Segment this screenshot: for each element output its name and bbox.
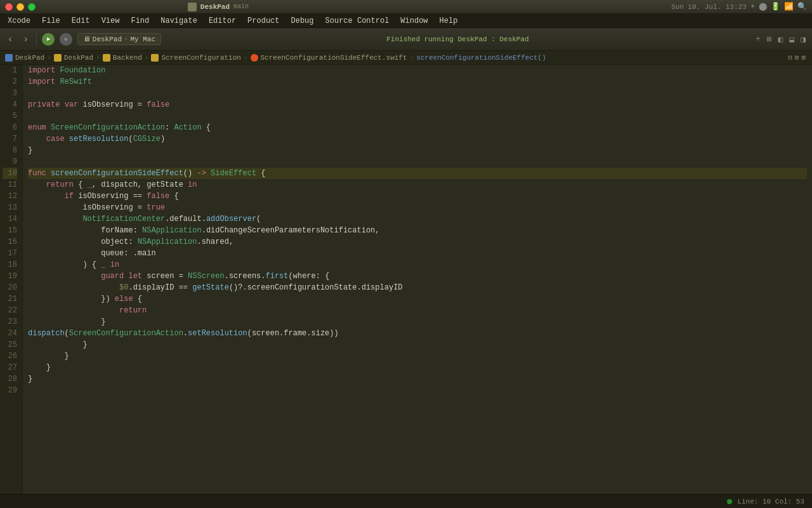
traffic-lights[interactable]: [5, 3, 36, 11]
statusbar: Line: 10 Col: 53: [0, 494, 812, 508]
bc-label-5: ScreenConfigurationSideEffect.swift: [261, 54, 407, 62]
bc-icon-2: [54, 54, 62, 62]
toolbar-right: + ⊞ ◧ ⬓ ◨: [754, 33, 807, 46]
code-line: }: [28, 145, 807, 156]
scheme-icon: 🖥: [83, 35, 90, 43]
bc-icon-3: [103, 54, 110, 62]
titlebar-controls: Sun 10. Jul. 13:23 ☀ ⬤ 🔋 📶 🔍: [671, 2, 807, 11]
menu-item-product[interactable]: Product: [242, 15, 284, 27]
scheme-name: DeskPad: [93, 36, 122, 43]
bc-icon-1: [5, 54, 13, 62]
menu-item-xcode[interactable]: Xcode: [3, 15, 36, 27]
inspector-toggle[interactable]: ◨: [799, 33, 807, 46]
assistant-btn[interactable]: ⊞: [794, 52, 801, 63]
code-line: }: [28, 339, 807, 351]
menu-item-edit[interactable]: Edit: [67, 15, 95, 27]
code-line: }: [28, 373, 807, 385]
code-line: }: [28, 362, 807, 373]
bc-icon-4: [151, 54, 159, 62]
bc-item-2[interactable]: DeskPad: [54, 54, 93, 62]
run-button[interactable]: [42, 33, 55, 46]
titlebar-app-name: DeskPad: [200, 3, 230, 11]
bc-icon-5: [251, 54, 258, 62]
code-line: import ReSwift: [28, 76, 807, 88]
scheme-selector[interactable]: 🖥 DeskPad › My Mac: [77, 33, 161, 45]
menu-item-editor[interactable]: Editor: [204, 15, 241, 27]
bc-label-3: Backend: [113, 54, 142, 62]
menu-item-find[interactable]: Find: [126, 15, 154, 27]
add-button[interactable]: +: [754, 33, 762, 45]
cursor-position: Line: 10 Col: 53: [737, 498, 804, 505]
code-line: if isObserving == false {: [28, 190, 807, 202]
code-line: func screenConfigurationSideEffect() -> …: [28, 168, 807, 179]
maximize-button[interactable]: [28, 3, 36, 11]
bc-label-1: DeskPad: [15, 54, 44, 62]
line-numbers: 1234567891011121314151617181920212223242…: [0, 65, 23, 494]
menu-item-source control[interactable]: Source Control: [320, 15, 395, 27]
code-line: }: [28, 351, 807, 362]
split-button[interactable]: ⊞: [766, 33, 773, 46]
build-status: Finished running DeskPad : DeskPad: [166, 36, 749, 43]
code-line: $0.displayID == getState()?.screenConfig…: [28, 282, 807, 293]
split-editor-btn[interactable]: ⊟: [787, 52, 794, 63]
code-content[interactable]: import Foundationimport ReSwift private …: [23, 65, 812, 494]
toolbar: ‹ › 🖥 DeskPad › My Mac Finished running …: [0, 28, 812, 51]
menu-item-file[interactable]: File: [37, 15, 65, 27]
menu-item-help[interactable]: Help: [435, 15, 463, 27]
code-line: NotificationCenter.default.addObserver(: [28, 213, 807, 225]
code-line: return: [28, 305, 807, 316]
time-display: Sun 10. Jul. 13:23: [671, 3, 747, 11]
stop-button[interactable]: [60, 33, 72, 46]
breadcrumb: DeskPad › DeskPad › Backend › ScreenConf…: [0, 51, 812, 65]
code-line: [28, 385, 807, 396]
menu-item-window[interactable]: Window: [395, 15, 433, 27]
bc-item-4[interactable]: ScreenConfiguration: [151, 54, 240, 62]
debug-toggle[interactable]: ⬓: [788, 33, 796, 46]
forward-button[interactable]: ›: [20, 33, 30, 46]
code-line: [28, 110, 807, 122]
navigator-toggle[interactable]: ◧: [777, 33, 785, 46]
code-line: enum ScreenConfigurationAction: Action {: [28, 122, 807, 133]
code-line: [28, 156, 807, 168]
code-line: guard let screen = NSScreen.screens.firs…: [28, 271, 807, 282]
toolbar-separator-1: [36, 33, 37, 46]
status-indicator: [727, 499, 732, 504]
menu-item-debug[interactable]: Debug: [286, 15, 319, 27]
code-line: ) { _ in: [28, 259, 807, 271]
code-line: return { _, dispatch, getState in: [28, 179, 807, 190]
back-button[interactable]: ‹: [5, 33, 15, 46]
code-line: import Foundation: [28, 65, 807, 76]
titlebar-center: DeskPad main: [67, 3, 369, 11]
code-line: queue: .main: [28, 248, 807, 259]
bc-label-2: DeskPad: [64, 54, 93, 62]
code-line: }: [28, 316, 807, 328]
author-btn[interactable]: ⊠: [800, 52, 807, 63]
bc-item-3[interactable]: Backend: [103, 54, 142, 62]
minimize-button[interactable]: [16, 3, 24, 11]
code-line: object: NSApplication.shared,: [28, 236, 807, 248]
target-name: My Mac: [130, 36, 155, 43]
bc-label-6: screenConfigurationSideEffect(): [416, 54, 546, 62]
titlebar-subtitle: main: [233, 3, 249, 10]
close-button[interactable]: [5, 3, 13, 11]
menubar: XcodeFileEditViewFindNavigateEditorProdu…: [0, 14, 812, 28]
menu-item-view[interactable]: View: [96, 15, 125, 27]
code-line: isObserving = true: [28, 202, 807, 213]
code-line: private var isObserving = false: [28, 99, 807, 110]
bc-item-6[interactable]: screenConfigurationSideEffect(): [416, 54, 546, 62]
code-line: [28, 88, 807, 99]
titlebar: DeskPad main Sun 10. Jul. 13:23 ☀ ⬤ 🔋 📶 …: [0, 0, 812, 14]
code-line: forName: NSApplication.didChangeScreenPa…: [28, 225, 807, 236]
bc-item-5[interactable]: ScreenConfigurationSideEffect.swift: [251, 54, 407, 62]
bc-item-1[interactable]: DeskPad: [5, 54, 44, 62]
code-line: }) else {: [28, 293, 807, 305]
code-area: 1234567891011121314151617181920212223242…: [0, 65, 812, 494]
code-line: dispatch(ScreenConfigurationAction.setRe…: [28, 328, 807, 339]
menu-item-navigate[interactable]: Navigate: [155, 15, 202, 27]
bc-label-4: ScreenConfiguration: [161, 54, 240, 62]
app-icon: [188, 3, 197, 11]
code-line: case setResolution(CGSize): [28, 133, 807, 145]
